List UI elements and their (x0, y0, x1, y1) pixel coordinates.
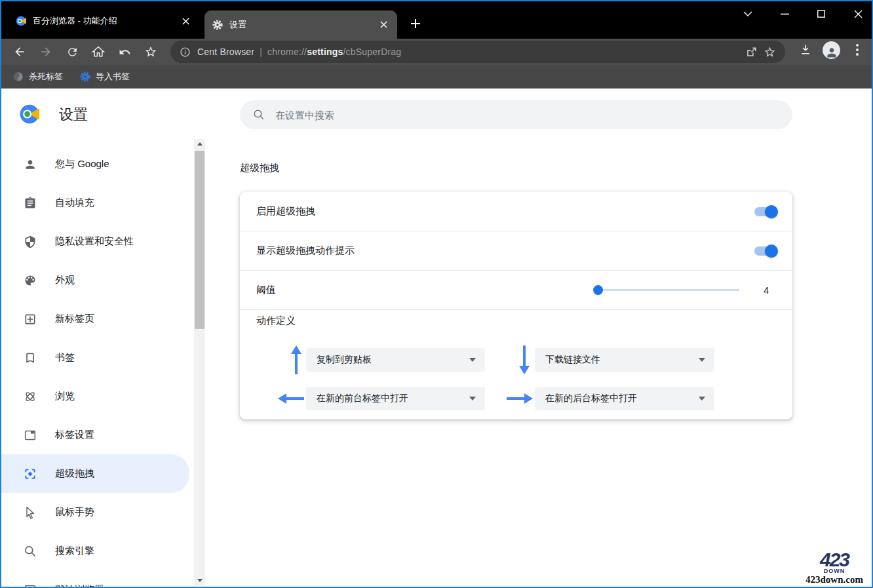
magnifier-icon (24, 545, 37, 558)
slider-knob[interactable] (593, 285, 603, 295)
super-drag-settings-card: 启用超级拖拽 显示超级拖拽动作提示 阈值 4 动作定义 复制到剪贴板 (240, 192, 792, 420)
tab-close-icon[interactable] (180, 15, 191, 27)
page-title: 设置 (59, 104, 88, 125)
drag-focus-icon (24, 467, 37, 480)
close-window-button[interactable] (849, 5, 866, 22)
threshold-slider[interactable] (594, 271, 739, 309)
tab-title: 设置 (229, 19, 378, 31)
globe-icon (13, 71, 24, 82)
toolbar: Cent Browser|chrome://settings/cbSuperDr… (1, 39, 872, 65)
sidebar-scrollbar[interactable] (194, 139, 205, 585)
sidebar-item-label: 浏览 (55, 390, 75, 402)
setting-label: 显示超级拖拽动作提示 (256, 245, 754, 257)
home-button[interactable] (89, 43, 107, 61)
drag-down-action-dropdown[interactable]: 下载链接文件 (535, 348, 714, 372)
url-text: Cent Browser|chrome://settings/cbSuperDr… (197, 47, 742, 57)
action-cell-right: 在新的后台标签中打开 (504, 387, 714, 410)
sidebar-item-label: 超级拖拽 (55, 467, 94, 480)
arrow-down-icon (514, 345, 535, 375)
tab-search-chevron-icon[interactable] (739, 5, 756, 22)
minimize-button[interactable] (776, 5, 793, 22)
tab-close-icon[interactable] (378, 19, 389, 31)
address-bar[interactable]: Cent Browser|chrome://settings/cbSuperDr… (170, 41, 785, 63)
forward-button[interactable] (37, 43, 55, 61)
scrollbar-thumb[interactable] (195, 151, 204, 329)
watermark-logo: 423 (820, 550, 849, 570)
title-bar: 百分浏览器 - 功能介绍 设置 (1, 1, 872, 39)
bookmark-this-page-star-icon[interactable] (760, 43, 779, 61)
sidebar-item-browsing[interactable]: 浏览 (1, 377, 189, 416)
chevron-down-icon (699, 397, 705, 401)
search-input[interactable] (275, 109, 779, 121)
reload-button[interactable] (63, 43, 81, 61)
slider-track[interactable] (594, 289, 739, 291)
gear-icon (212, 20, 223, 30)
arrow-left-icon (276, 393, 306, 404)
person-icon (24, 158, 37, 171)
sidebar-item-label: 您与 Google (55, 158, 109, 170)
arrow-up-icon (286, 345, 306, 375)
enable-super-drag-toggle[interactable] (754, 207, 777, 216)
new-tab-button[interactable] (406, 14, 425, 33)
url-scheme: chrome:// (267, 47, 307, 57)
drag-right-action-dropdown[interactable]: 在新的后台标签中打开 (535, 387, 714, 410)
dropdown-value: 复制到剪贴板 (317, 354, 469, 366)
tab-settings[interactable]: 设置 (204, 10, 397, 39)
crossed-loops-icon (24, 390, 37, 403)
sidebar-item-you-and-google[interactable]: 您与 Google (1, 145, 189, 184)
bookmark-item-kill-tab[interactable]: 杀死标签 (13, 71, 63, 83)
drag-up-action-dropdown[interactable]: 复制到剪贴板 (306, 348, 485, 372)
drag-left-action-dropdown[interactable]: 在新的前台标签中打开 (306, 387, 485, 410)
sidebar-item-bookmarks[interactable]: 书签 (1, 338, 189, 377)
profile-avatar[interactable] (823, 41, 840, 59)
tab-title: 百分浏览器 - 功能介绍 (33, 15, 180, 27)
bookmark-icon (24, 351, 37, 364)
sidebar-item-default-browser[interactable]: 默认浏览器 (1, 570, 189, 587)
sidebar-item-privacy-security[interactable]: 隐私设置和安全性 (1, 222, 189, 261)
maximize-button[interactable] (813, 5, 830, 22)
shield-icon (24, 235, 37, 248)
action-cell-left: 在新的前台标签中打开 (276, 387, 485, 410)
watermark-url: 423down.com (805, 575, 863, 585)
cent-browser-logo-icon (20, 104, 39, 124)
sidebar-item-super-drag[interactable]: 超级拖拽 (1, 454, 189, 493)
url-separator: | (260, 47, 262, 57)
scrollbar-up-arrow[interactable] (194, 139, 205, 149)
watermark-word: DOWN (824, 568, 845, 574)
bookmark-star-toolbar-icon[interactable] (142, 43, 160, 61)
sidebar-item-new-tab-page[interactable]: 新标签页 (1, 300, 189, 338)
sidebar-item-label: 自动填充 (55, 197, 94, 209)
sidebar-item-autofill[interactable]: 自动填充 (1, 184, 189, 222)
sidebar-item-label: 标签设置 (55, 429, 94, 441)
info-icon[interactable] (180, 47, 191, 58)
sidebar-item-appearance[interactable]: 外观 (1, 261, 189, 300)
sidebar-item-label: 新标签页 (55, 313, 94, 325)
sidebar-item-label: 搜索引擎 (55, 545, 94, 557)
url-host: settings (307, 47, 343, 57)
downloads-button[interactable] (796, 41, 815, 59)
sidebar-item-label: 隐私设置和安全性 (55, 235, 134, 248)
scrollbar-down-arrow[interactable] (194, 576, 205, 585)
sidebar-item-tab-settings[interactable]: 标签设置 (1, 416, 189, 454)
undo-gesture-button[interactable] (115, 43, 134, 61)
cursor-icon (24, 506, 37, 519)
row-divider (240, 309, 792, 310)
sidebar-item-mouse-gestures[interactable]: 鼠标手势 (1, 493, 189, 532)
bookmark-label: 导入书签 (96, 71, 130, 83)
sidebar-item-label: 外观 (55, 274, 75, 286)
sidebar-item-label: 书签 (55, 351, 75, 364)
kebab-menu-button[interactable] (848, 41, 866, 59)
chevron-down-icon (469, 358, 476, 362)
url-path: /cbSuperDrag (343, 47, 402, 57)
tab-cent-browser-intro[interactable]: 百分浏览器 - 功能介绍 (9, 10, 198, 31)
threshold-value: 4 (764, 271, 769, 309)
share-icon[interactable] (742, 43, 760, 61)
show-drag-hint-toggle[interactable] (754, 246, 777, 256)
bookmark-item-import-bookmarks[interactable]: 导入书签 (80, 71, 130, 83)
settings-search[interactable] (240, 100, 792, 129)
back-button[interactable] (10, 43, 29, 61)
sidebar-item-label: 鼠标手势 (55, 506, 94, 519)
sidebar-item-search-engine[interactable]: 搜索引擎 (1, 532, 189, 570)
setting-row-enable-super-drag: 启用超级拖拽 (240, 192, 792, 231)
window-controls (739, 5, 866, 22)
